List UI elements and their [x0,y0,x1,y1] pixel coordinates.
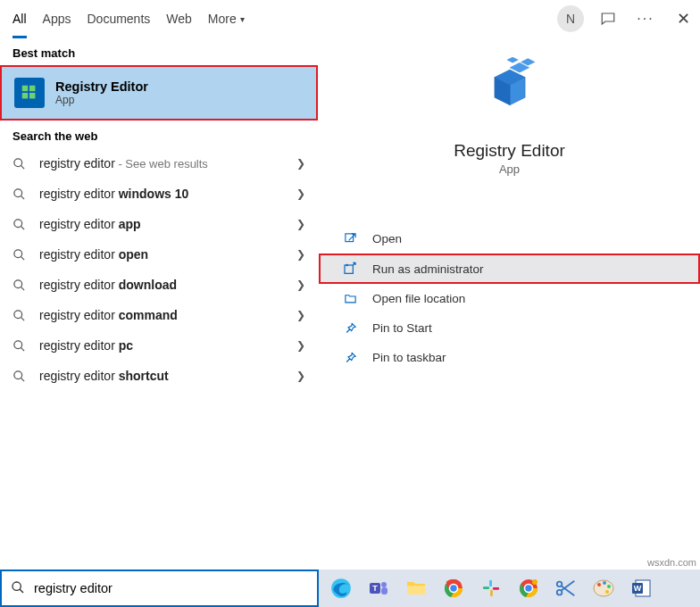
svg-point-46 [532,579,538,585]
svg-rect-1 [29,86,35,91]
svg-point-10 [14,249,22,257]
svg-text:W: W [634,584,642,593]
action-label: Open file location [372,292,465,305]
search-web-label: Search the web [0,121,318,148]
action-label: Pin to taskbar [372,351,446,364]
chevron-right-icon: ❯ [296,370,305,382]
search-icon [12,279,29,292]
web-suggestion[interactable]: registry editor download ❯ [0,270,318,300]
chevron-right-icon: ❯ [296,218,305,230]
action-pin-to-start[interactable]: Pin to Start [319,313,700,343]
svg-point-39 [450,585,458,593]
svg-line-9 [21,226,24,229]
more-options-icon[interactable]: ··· [632,5,659,32]
chevron-down-icon: ▾ [240,14,245,24]
taskbar-teams[interactable]: T [363,573,394,603]
web-suggestion[interactable]: registry editor command ❯ [0,300,318,330]
tab-documents[interactable]: Documents [87,0,150,37]
svg-rect-0 [22,86,28,91]
app-large-icon [471,54,548,130]
search-icon [12,309,29,322]
search-icon [12,370,29,383]
pin-icon [340,351,360,364]
svg-line-29 [20,589,23,593]
web-suggestion-text: registry editor open [39,247,296,262]
svg-point-16 [14,340,22,348]
web-suggestion-text: registry editor shortcut [39,369,296,383]
feedback-icon[interactable] [595,5,621,32]
taskbar-edge[interactable] [326,573,356,603]
svg-rect-41 [483,586,489,589]
search-icon [12,157,29,170]
svg-line-49 [561,586,574,595]
search-input-container[interactable] [0,570,319,607]
preview-title: Registry Editor [454,141,565,161]
tab-all[interactable]: All [12,0,27,37]
taskbar-chrome[interactable] [438,573,469,603]
web-suggestion[interactable]: registry editor windows 10 ❯ [0,179,318,209]
web-suggestion-text: registry editor windows 10 [39,187,296,201]
tab-web[interactable]: Web [166,0,192,37]
chevron-right-icon: ❯ [296,339,305,352]
tab-apps[interactable]: Apps [43,0,71,37]
svg-text:T: T [372,584,378,593]
admin-icon [340,262,360,276]
chevron-right-icon: ❯ [296,309,305,321]
svg-point-12 [14,279,22,287]
svg-point-33 [381,582,387,587]
taskbar-word[interactable]: W [626,573,656,603]
action-pin-to-taskbar[interactable]: Pin to taskbar [319,343,700,372]
taskbar-paint[interactable] [588,573,619,603]
registry-editor-icon [14,78,45,108]
taskbar-explorer[interactable] [401,573,431,603]
svg-rect-43 [493,587,499,590]
web-suggestion[interactable]: registry editor app ❯ [0,209,318,239]
svg-rect-40 [489,580,492,586]
tab-more[interactable]: More ▾ [208,0,245,37]
web-suggestion-text: registry editor app [39,217,296,231]
action-open[interactable]: Open [319,224,700,254]
svg-point-45 [525,585,533,593]
taskbar-chrome-2[interactable] [513,573,544,603]
svg-line-11 [21,256,24,260]
close-icon[interactable]: ✕ [670,5,696,32]
pin-icon [340,321,360,335]
taskbar-slack[interactable] [476,573,506,603]
svg-rect-34 [381,587,388,595]
svg-point-6 [14,188,22,196]
svg-rect-42 [490,590,493,596]
chevron-right-icon: ❯ [296,157,305,170]
svg-line-15 [21,317,24,320]
svg-line-7 [21,195,24,199]
best-match-result[interactable]: Registry Editor App [0,65,318,121]
chevron-right-icon: ❯ [296,248,305,261]
svg-point-55 [605,590,609,594]
preview-subtitle: App [499,162,520,176]
web-suggestion[interactable]: registry editor pc ❯ [0,330,318,361]
chevron-right-icon: ❯ [296,279,305,291]
svg-point-28 [12,582,21,590]
action-run-as-administrator[interactable]: Run as administrator [319,254,700,284]
svg-point-8 [14,219,22,227]
svg-rect-3 [29,93,35,98]
user-avatar[interactable]: N [557,5,584,32]
web-suggestion-text: registry editor - See web results [39,156,296,170]
search-input[interactable] [34,581,308,595]
svg-line-50 [561,581,574,591]
best-match-title: Registry Editor [55,79,148,94]
search-icon [12,218,29,231]
svg-line-19 [21,378,24,381]
svg-point-14 [14,310,22,318]
svg-point-54 [607,585,611,588]
action-label: Run as administrator [372,262,484,276]
svg-rect-35 [407,586,425,595]
svg-line-17 [21,347,24,351]
web-suggestion[interactable]: registry editor open ❯ [0,239,318,270]
svg-point-52 [597,583,601,586]
web-suggestion[interactable]: registry editor - See web results ❯ [0,148,318,179]
action-open-file-location[interactable]: Open file location [319,284,700,313]
taskbar-snip[interactable] [551,573,581,603]
web-suggestion[interactable]: registry editor shortcut ❯ [0,361,318,391]
search-icon [12,248,29,262]
action-label: Open [372,232,402,245]
